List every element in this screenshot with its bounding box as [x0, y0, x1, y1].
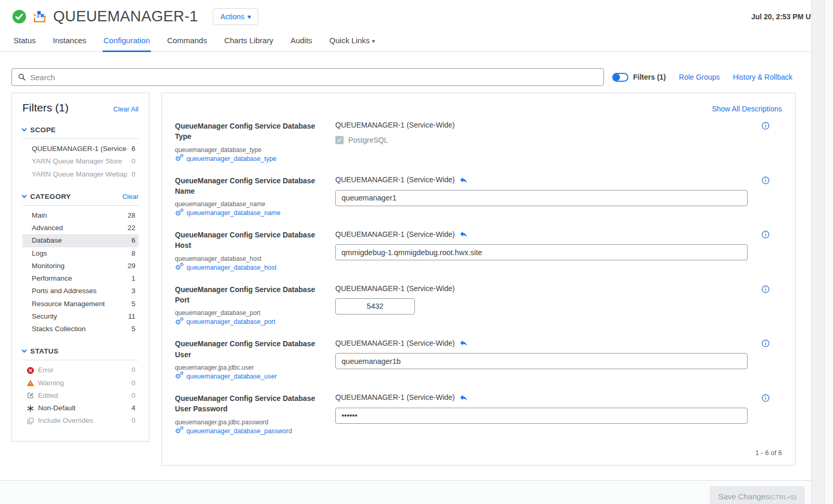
info-icon[interactable]	[761, 176, 770, 217]
scope-label: QUEUEMANAGER-1 (Service-Wide)	[335, 121, 455, 129]
config-code: queuemanager.jpa.jdbc.user	[175, 364, 325, 371]
scope-filter-queuemanager-1[interactable]: QUEUEMANAGER-1 (Service-...6	[22, 143, 138, 155]
tab-audits[interactable]: Audits	[289, 29, 313, 52]
config-row-database-host: QueueManager Config Service Database Hos…	[175, 230, 782, 271]
config-code: queuemanager_database_port	[175, 309, 325, 317]
chevron-down-icon	[22, 127, 27, 132]
postgresql-checkbox[interactable]: ✓	[335, 136, 344, 144]
status-filter-edited[interactable]: Edited0	[22, 389, 138, 402]
divider	[22, 205, 138, 206]
save-changes-button[interactable]: Save Changes(CTRL+S)	[710, 486, 805, 504]
database-host-input[interactable]	[335, 244, 748, 260]
page-title: QUEUEMANAGER-1	[53, 8, 198, 25]
scope-label: QUEUEMANAGER-1 (Service-Wide)	[335, 230, 455, 238]
scope-filter-yarn-qm-store[interactable]: YARN Queue Manager Store0	[22, 155, 138, 168]
history-rollback-link[interactable]: History & Rollback	[733, 73, 792, 81]
chevron-down-icon	[22, 348, 27, 353]
cogs-icon: ⚙⚙	[175, 427, 184, 434]
category-section: CATEGORY Clear Main28 Advanced22 Databas…	[22, 193, 138, 336]
info-icon[interactable]	[761, 285, 770, 326]
divider	[22, 360, 138, 360]
tab-quick-links[interactable]: Quick Links▾	[329, 29, 376, 52]
non-default-icon	[27, 405, 34, 412]
category-filter-performance[interactable]: Performance1	[22, 272, 138, 285]
filters-toggle[interactable]: Filters (1)	[612, 73, 666, 82]
role-groups-link[interactable]: Role Groups	[679, 73, 720, 81]
category-filter-advanced[interactable]: Advanced22	[22, 222, 138, 234]
status-section: STATUS Error0 Warning0 Edited0	[22, 347, 138, 427]
config-property-link[interactable]: queuemanager_database_host	[186, 264, 276, 271]
clear-all-link[interactable]: Clear All	[113, 105, 138, 113]
status-filter-include-overrides[interactable]: Include Overrides0	[22, 414, 138, 427]
status-section-header[interactable]: STATUS	[22, 347, 138, 355]
tab-commands[interactable]: Commands	[166, 29, 208, 52]
config-row-database-type: QueueManager Config Service Database Typ…	[175, 121, 782, 162]
category-section-header[interactable]: CATEGORY Clear	[22, 193, 138, 200]
search-box[interactable]	[11, 68, 604, 86]
divider	[22, 138, 138, 139]
undo-icon[interactable]	[459, 338, 468, 347]
status-filter-non-default[interactable]: Non-Default4	[22, 402, 138, 414]
category-filter-logs[interactable]: Logs8	[22, 247, 138, 260]
page-right-edge	[825, 0, 833, 504]
config-property-link[interactable]: queuemanager_database_user	[186, 373, 277, 380]
warning-icon	[27, 379, 34, 387]
config-property-link[interactable]: queuemanager_database_name	[186, 209, 281, 217]
config-label: QueueManager Config Service Database Nam…	[175, 175, 325, 197]
config-property-link[interactable]: queuemanager_database_password	[186, 427, 292, 435]
status-filter-warning[interactable]: Warning0	[22, 377, 138, 389]
category-filter-ports-and-addresses[interactable]: Ports and Addresses3	[22, 285, 138, 297]
toggle-icon	[612, 73, 628, 82]
chevron-down-icon	[22, 193, 27, 198]
config-label: QueueManager Config Service Database Use…	[175, 393, 325, 414]
info-icon[interactable]	[761, 121, 770, 162]
database-port-input[interactable]	[335, 298, 415, 314]
config-code: queuemanager_database_name	[175, 200, 325, 208]
page-header: QUEUEMANAGER-1 Actions▾ Jul 20, 2:53 PM …	[0, 0, 833, 29]
config-panel: Show All Descriptions QueueManager Confi…	[161, 93, 796, 465]
vertical-scrollbar[interactable]	[811, 0, 825, 504]
cogs-icon: ⚙⚙	[175, 373, 184, 380]
tab-charts-library[interactable]: Charts Library	[223, 29, 274, 52]
search-input[interactable]	[30, 73, 598, 82]
config-code: queuemanager_database_type	[175, 146, 325, 154]
scope-filter-yarn-qm-webapp[interactable]: YARN Queue Manager Webapp0	[22, 168, 138, 181]
actions-button[interactable]: Actions▾	[213, 8, 258, 25]
config-label: QueueManager Config Service Database Typ…	[175, 121, 325, 142]
config-row-database-user: QueueManager Config Service Database Use…	[175, 338, 782, 380]
tab-status[interactable]: Status	[12, 29, 37, 52]
database-password-input[interactable]	[335, 408, 748, 424]
config-property-link[interactable]: queuemanager_database_port	[186, 318, 275, 325]
undo-icon[interactable]	[459, 230, 468, 238]
filters-sidebar: Filters (1) Clear All SCOPE QUEUEMANAGER…	[11, 93, 149, 442]
cogs-icon: ⚙⚙	[175, 155, 184, 162]
scope-section-header[interactable]: SCOPE	[22, 126, 138, 134]
config-row-database-port: QueueManager Config Service Database Por…	[175, 284, 782, 326]
category-filter-main[interactable]: Main28	[22, 209, 138, 222]
scope-label: QUEUEMANAGER-1 (Service-Wide)	[335, 175, 455, 184]
tab-instances[interactable]: Instances	[52, 29, 87, 52]
filters-count-label: Filters (1)	[633, 73, 666, 81]
status-filter-error[interactable]: Error0	[22, 364, 138, 376]
category-filter-monitoring[interactable]: Monitoring29	[22, 260, 138, 272]
tab-configuration[interactable]: Configuration	[103, 29, 151, 52]
database-name-input[interactable]	[335, 190, 748, 206]
config-row-database-name: QueueManager Config Service Database Nam…	[175, 175, 782, 217]
category-clear-link[interactable]: Clear	[122, 193, 138, 200]
health-good-icon	[12, 10, 26, 23]
show-all-descriptions-link[interactable]: Show All Descriptions	[712, 105, 782, 113]
category-filter-security[interactable]: Security11	[22, 310, 138, 323]
info-icon[interactable]	[761, 394, 770, 435]
caret-down-icon: ▾	[247, 12, 251, 21]
undo-icon[interactable]	[459, 393, 468, 402]
category-filter-stacks-collection[interactable]: Stacks Collection5	[22, 323, 138, 335]
config-code: queuemanager.jpa.jdbc.password	[175, 419, 325, 426]
category-filter-resource-management[interactable]: Resource Management5	[22, 298, 138, 310]
info-icon[interactable]	[761, 230, 770, 271]
database-user-input[interactable]	[335, 353, 748, 369]
undo-icon[interactable]	[459, 175, 468, 184]
config-property-link[interactable]: queuemanager_database_type	[186, 155, 276, 162]
category-filter-database[interactable]: Database6	[22, 234, 138, 247]
info-icon[interactable]	[761, 339, 770, 380]
queuemanager-service-icon	[32, 9, 47, 24]
